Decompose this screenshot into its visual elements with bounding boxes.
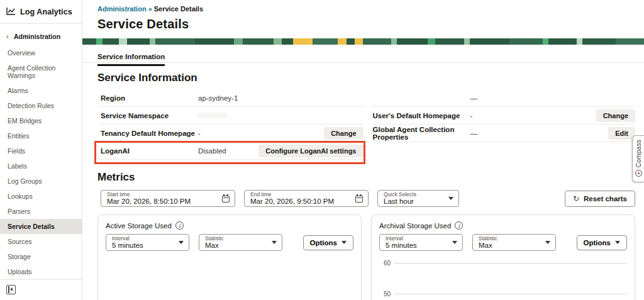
sidebar-item-alarms[interactable]: Alarms <box>0 83 82 98</box>
sidebar-item-agent-collection-warnings[interactable]: Agent Collection Warnings <box>0 60 82 83</box>
row-region: Region ap-sydney-1 <box>101 89 364 107</box>
chevron-down-icon <box>615 241 620 244</box>
row-global-agent-collection-properties: Global Agent Collection Properties — Edi… <box>373 125 636 142</box>
edit-global-agent-properties-button[interactable]: Edit <box>608 127 635 140</box>
change-user-homepage-button[interactable]: Change <box>596 109 635 122</box>
interval-value: 5 minutes <box>112 242 143 249</box>
refresh-icon: ↻ <box>573 194 579 203</box>
interval-dropdown[interactable]: Interval 5 minutes <box>379 234 463 251</box>
chevron-down-icon <box>341 241 347 244</box>
start-time-label: Start time <box>107 192 191 197</box>
interval-label: Interval <box>386 236 417 242</box>
quick-selects-label: Quick Selects <box>384 192 416 197</box>
statistic-value: Max <box>479 242 497 249</box>
sidebar-item-entities[interactable]: Entities <box>0 128 82 143</box>
quick-selects-value: Last hour <box>384 197 416 205</box>
statistic-label: Statistic <box>205 236 224 242</box>
row-label: Tenancy Default Homepage <box>101 130 198 137</box>
tab-service-information[interactable]: Service Information <box>97 53 165 66</box>
sidebar-item-em-bridges[interactable]: EM Bridges <box>0 113 82 128</box>
row-label: LoganAI <box>101 147 198 155</box>
info-icon[interactable]: i <box>175 221 184 230</box>
redacted-value <box>198 113 227 118</box>
sidebar-footer <box>0 279 82 300</box>
row-blank-dash: — <box>373 89 636 107</box>
options-button[interactable]: Options <box>303 235 353 250</box>
row-tenancy-default-homepage: Tenancy Default Homepage - Change <box>101 125 364 142</box>
interval-value: 5 minutes <box>386 242 417 249</box>
archival-storage-chart-area: 60 50 <box>379 260 627 297</box>
calendar-icon[interactable] <box>355 196 363 203</box>
app-logo-row[interactable]: Log Analytics <box>0 0 82 24</box>
quick-selects-dropdown[interactable]: Quick Selects Last hour <box>377 190 459 207</box>
archival-storage-used-card: Archival Storage Used i Interval 5 minut… <box>371 214 635 300</box>
interval-dropdown[interactable]: Interval 5 minutes <box>106 234 189 251</box>
y-tick-label: 50 <box>379 291 391 297</box>
y-tick-label: 60 <box>379 260 391 267</box>
breadcrumb-administration-link[interactable]: Administration <box>97 5 147 13</box>
service-info-left-column: Region ap-sydney-1 Service Namespace Ten… <box>101 89 364 160</box>
service-information-heading: Service Information <box>82 63 644 88</box>
compass-label: Compass <box>635 140 642 167</box>
row-value: - <box>470 112 473 119</box>
row-loganai-highlighted: LoganAI Disabled Configure LoganAI setti… <box>101 142 364 160</box>
start-time-field[interactable]: Start time Mar 20, 2026, 8:50:10 PM <box>101 190 235 207</box>
sidebar-item-log-groups[interactable]: Log Groups <box>0 174 82 189</box>
sidebar-section-administration[interactable]: ‹ Administration <box>0 24 82 45</box>
statistic-dropdown[interactable]: Statistic Max <box>199 234 282 251</box>
end-time-value: Mar 20, 2026, 9:50:10 PM <box>250 197 334 205</box>
sidebar-item-fields[interactable]: Fields <box>0 143 82 158</box>
metrics-controls-row: Start time Mar 20, 2026, 8:50:10 PM End … <box>101 190 635 207</box>
options-label: Options <box>310 239 337 247</box>
sidebar-item-sources[interactable]: Sources <box>0 234 82 249</box>
change-tenancy-homepage-button[interactable]: Change <box>324 127 363 140</box>
app-title: Log Analytics <box>20 8 72 16</box>
statistic-label: Statistic <box>479 236 497 242</box>
reset-charts-label: Reset charts <box>584 195 627 203</box>
calendar-icon[interactable] <box>222 196 230 203</box>
service-information-grid: Region ap-sydney-1 Service Namespace Ten… <box>101 89 635 160</box>
sidebar-item-storage[interactable]: Storage <box>0 249 82 264</box>
chevron-left-icon: ‹ <box>6 33 9 40</box>
row-value: — <box>470 130 478 137</box>
info-icon[interactable]: i <box>455 221 463 230</box>
sidebar: Log Analytics ‹ Administration Overview … <box>0 0 82 300</box>
row-service-namespace: Service Namespace <box>101 107 364 125</box>
options-button[interactable]: Options <box>577 235 627 250</box>
chart-cards-row: Active Storage Used i Interval 5 minutes… <box>97 214 635 300</box>
decorative-banner-image <box>82 38 644 45</box>
chevron-down-icon <box>452 241 457 244</box>
row-value: — <box>470 94 478 102</box>
sidebar-item-service-details[interactable]: Service Details <box>0 219 82 234</box>
archival-storage-title: Archival Storage Used <box>379 222 451 230</box>
row-users-default-homepage: User's Default Homepage - Change <box>373 107 636 125</box>
interval-label: Interval <box>112 236 143 242</box>
breadcrumb: Administration»Service Details <box>82 0 644 13</box>
metrics-heading: Metrics <box>82 160 644 189</box>
row-value: - <box>198 130 201 137</box>
end-time-field[interactable]: End time Mar 20, 2026, 9:50:10 PM <box>244 190 369 207</box>
breadcrumb-separator: » <box>147 5 154 13</box>
compass-icon <box>635 170 642 177</box>
sidebar-item-lookups[interactable]: Lookups <box>0 189 82 204</box>
options-label: Options <box>584 239 611 247</box>
end-time-label: End time <box>250 192 334 197</box>
row-label: Service Namespace <box>101 112 198 119</box>
sidebar-item-uploads[interactable]: Uploads <box>0 264 82 279</box>
collapse-sidebar-icon[interactable] <box>6 285 16 294</box>
row-label: Global Agent Collection Properties <box>373 126 470 141</box>
statistic-dropdown[interactable]: Statistic Max <box>472 234 556 251</box>
compass-side-tab[interactable]: Compass <box>632 135 644 182</box>
reset-charts-button[interactable]: ↻ Reset charts <box>565 191 635 207</box>
sidebar-section-label: Administration <box>14 33 60 40</box>
row-label: Region <box>101 94 198 102</box>
configure-loganai-settings-button[interactable]: Configure LoganAI settings <box>258 145 363 157</box>
sidebar-item-labels[interactable]: Labels <box>0 158 82 174</box>
row-value: ap-sydney-1 <box>198 94 238 102</box>
chevron-down-icon <box>448 197 453 200</box>
sidebar-item-detection-rules[interactable]: Detection Rules <box>0 98 82 113</box>
main-content: Administration»Service Details Service D… <box>82 0 644 300</box>
sidebar-item-overview[interactable]: Overview <box>0 45 82 60</box>
statistic-value: Max <box>205 242 224 249</box>
sidebar-item-parsers[interactable]: Parsers <box>0 204 82 219</box>
